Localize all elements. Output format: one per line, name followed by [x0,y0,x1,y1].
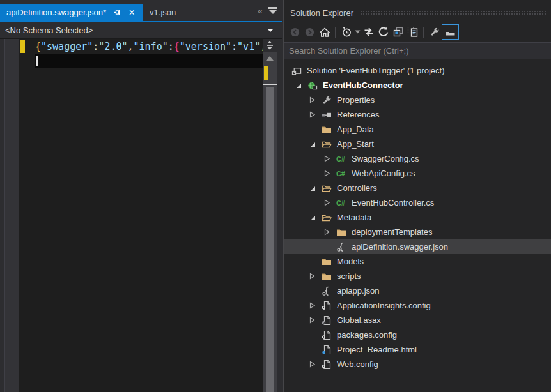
html-icon [322,345,332,355]
scrollbar-modified-mark [264,66,268,80]
split-editor-handle[interactable] [263,39,277,52]
scroll-up-arrow-icon[interactable] [266,56,274,61]
tree-item-webapiconfig-cs[interactable]: C#WebApiConfig.cs [284,166,551,181]
editor-left-margin [0,39,5,392]
scrollbar-thumb[interactable] [266,87,274,392]
tree-item-packages-config[interactable]: packages.config [284,328,551,342]
tree-item-label: Web.config [337,359,378,369]
refresh-icon[interactable] [376,25,391,40]
schema-selector-dropdown[interactable]: <No Schema Selected> [0,22,282,39]
split-arrows-icon [265,41,274,50]
tree-item-applicationinsights-config[interactable]: ApplicationInsights.config [284,298,551,313]
tree-item-swaggerconfig-cs[interactable]: C#SwaggerConfig.cs [284,151,551,166]
expander-open-icon[interactable] [307,139,318,149]
expander-placeholder [307,286,318,296]
tab-list-dropdown-icon[interactable] [268,7,277,14]
expander-closed-icon[interactable] [322,198,332,208]
pin-icon[interactable] [112,8,122,18]
expander-open-icon[interactable] [293,80,304,91]
tree-item-web-config[interactable]: Web.config [284,357,551,372]
code-token: "info" [134,41,168,52]
folder-icon [322,257,332,267]
tab-bar: apiDefinition.swagger.json*×v1.json « [0,0,282,22]
tree-item-solution-eventhubtrigger-1-project[interactable]: Solution 'EventHubTrigger' (1 project) [284,63,551,78]
tree-item-project-readme-html[interactable]: Project_Readme.html [284,342,551,357]
tree-item-app-data[interactable]: App_Data [284,122,551,137]
vertical-scrollbar[interactable] [263,39,277,392]
tree-item-label: packages.config [337,330,397,340]
tree-item-label: Project_Readme.html [337,345,417,354]
folder-icon [322,124,332,135]
expander-closed-icon[interactable] [307,301,318,311]
code-token: : [168,41,174,52]
solution-explorer-toolbar [284,22,551,42]
tree-item-global-asax[interactable]: Global.asax [284,313,551,328]
filter-dropdown-caret-icon[interactable] [353,25,361,40]
editor-gutter [5,39,19,392]
tree-item-properties[interactable]: Properties [284,93,551,107]
collapse-all-icon[interactable] [391,25,405,40]
tree-item-label: apiapp.json [337,286,380,296]
schema-selector-value: <No Schema Selected> [5,26,93,35]
chevron-down-icon [267,29,274,32]
code-token: "swagger" [41,41,93,52]
search-input[interactable]: Search Solution Explorer (Ctrl+;) [284,42,551,59]
svg-text:C#: C# [336,155,345,163]
code-token: , [128,41,134,52]
tab-label: apiDefinition.swagger.json* [6,8,106,17]
title-drag-grip [360,10,546,16]
tree-item-label: App_Data [337,124,374,134]
panel-title-bar[interactable]: Solution Explorer [284,0,551,22]
tree-item-app-start[interactable]: App_Start [284,137,551,151]
current-line-highlight[interactable] [35,54,263,68]
chevrons-left-icon[interactable]: « [258,5,262,16]
expander-closed-icon[interactable] [322,227,332,237]
tree-item-apidefinition-swagger-json[interactable]: apiDefinition.swagger.json [284,239,551,254]
back-icon[interactable] [288,25,302,40]
tree-item-controllers[interactable]: Controllers [284,181,551,195]
tree-item-label: deploymentTemplates [352,227,432,237]
sync-with-active-document-icon[interactable] [361,25,376,40]
expander-closed-icon[interactable] [307,315,318,326]
home-icon[interactable] [317,25,332,40]
csharp-icon: C# [336,169,346,179]
tree-item-label: References [337,110,379,119]
expander-closed-icon[interactable] [322,154,332,164]
expander-closed-icon[interactable] [322,169,332,179]
forward-icon[interactable] [302,25,317,40]
code-editor[interactable]: {"swagger":"2.0","info":{"version":"v1", [0,39,282,392]
tree-item-models[interactable]: Models [284,254,551,269]
tree-item-label: SwaggerConfig.cs [352,154,419,163]
expander-closed-icon[interactable] [307,95,318,105]
tab-v1-json[interactable]: v1.json [143,4,183,21]
tab-apidefinition-swagger-json[interactable]: apiDefinition.swagger.json*× [0,4,143,21]
show-all-files-icon[interactable] [405,25,420,40]
tree-item-apiapp-json[interactable]: apiapp.json [284,283,551,298]
close-icon[interactable]: × [127,8,137,18]
tree-item-label: EventHubController.cs [352,198,434,207]
code-line-1[interactable]: {"swagger":"2.0","info":{"version":"v1", [35,40,266,54]
tree-item-scripts[interactable]: scripts [284,269,551,283]
properties-icon[interactable] [427,25,442,40]
tree-item-references[interactable]: References [284,107,551,122]
tree-item-label: Models [337,257,364,266]
pending-changes-filter-icon[interactable] [339,25,353,40]
scrollbar-caret-mark [263,84,277,85]
expander-open-icon[interactable] [307,183,318,193]
tree-item-metadata[interactable]: Metadata [284,210,551,225]
tree-item-deploymenttemplates[interactable]: deploymentTemplates [284,225,551,239]
svg-text:C#: C# [336,199,345,207]
expander-closed-icon[interactable] [307,359,318,370]
folder-icon [336,227,346,237]
asax-icon [322,315,332,326]
tree-item-label: EventHubConnector [323,80,403,90]
expander-open-icon[interactable] [307,213,318,223]
expander-placeholder [307,330,318,340]
folder-open-icon [322,139,332,149]
preview-selected-items-button[interactable] [442,24,459,40]
expander-closed-icon[interactable] [307,110,318,120]
tree-item-eventhubcontroller-cs[interactable]: C#EventHubController.cs [284,195,551,210]
tree-item-eventhubconnector[interactable]: EventHubConnector [284,78,551,93]
csharp-icon: C# [336,198,346,208]
expander-closed-icon[interactable] [307,271,318,282]
